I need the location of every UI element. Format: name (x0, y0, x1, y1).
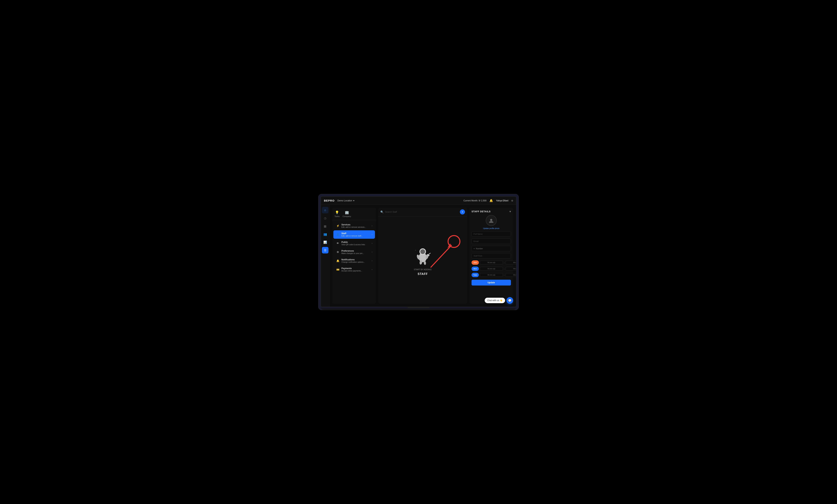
location-selector[interactable]: Demo Location ▾ (337, 199, 354, 202)
chat-bubble[interactable]: Chat with us 👋 (485, 298, 505, 303)
time-separator-tue: - (504, 274, 504, 276)
settings-icon: ☰ (324, 248, 326, 252)
settings-tabs: 💡 Tasks 🏢 Company (332, 209, 376, 220)
public-title: Public (341, 241, 370, 243)
services-arrow-icon: › (372, 224, 372, 227)
menu-item-notifications[interactable]: 🔔 Notifications Change notification opti… (333, 257, 375, 265)
notifications-title: Notifications (341, 258, 370, 261)
staff-panel: 🔍 + (378, 208, 467, 304)
search-icon: 🔍 (380, 210, 384, 213)
company-icon: 🏢 (345, 210, 349, 214)
laptop-frame: BEPRO Demo Location ▾ Current Month: 9/ … (318, 194, 519, 310)
chat-button[interactable]: 💬 (506, 297, 513, 304)
preferences-icon: ⚙ (336, 250, 340, 254)
chat-widget: Chat with us 👋 💬 (485, 297, 513, 304)
svg-point-5 (417, 259, 417, 259)
details-collapse-icon[interactable]: ▾ (510, 210, 511, 213)
location-name: Demo Location (337, 199, 352, 202)
update-photo-link[interactable]: Update profile photo (483, 227, 499, 229)
public-sub: View QR code & access links (341, 244, 370, 246)
preferences-arrow-icon: › (372, 251, 372, 253)
current-month-label: Current Month: 9/ 2,500 (463, 199, 486, 202)
menu-item-payments[interactable]: 💳 Payments Accept online payments... › (333, 265, 375, 274)
user-name: Yahya Elfard (496, 199, 509, 202)
laptop-notch (408, 307, 429, 308)
calendar-icon: ▦ (324, 224, 326, 228)
user-avatar-icon[interactable]: ⊙ (511, 199, 513, 202)
home-icon: ⌂ (324, 208, 326, 212)
staff-empty-state: START BY ADDING STAFF (378, 217, 467, 304)
public-arrow-icon: › (372, 242, 372, 245)
notifications-icon: 🔔 (336, 259, 340, 262)
day-badge-sun: Sun (471, 260, 479, 265)
schedule-row-sun: Sun - (471, 260, 511, 265)
laptop-screen: BEPRO Demo Location ▾ Current Month: 9/ … (321, 196, 516, 307)
update-button[interactable]: Update (471, 280, 511, 285)
staff-search-input[interactable] (385, 211, 459, 213)
tue-to-input[interactable] (505, 273, 516, 277)
bell-icon[interactable]: 🔔 (489, 199, 493, 202)
staff-role-input[interactable] (471, 253, 511, 259)
menu-item-public[interactable]: 👁 Public View QR code & access links › (333, 239, 375, 247)
email-input[interactable] (471, 239, 511, 244)
avatar-section: Update profile photo (471, 215, 511, 229)
phone-input[interactable] (476, 247, 509, 250)
payments-icon: 💳 (336, 268, 340, 271)
add-staff-button[interactable]: + (460, 209, 465, 214)
tasks-icon: 💡 (335, 210, 339, 214)
public-text: Public View QR code & access links (341, 241, 370, 246)
astronaut-illustration (414, 245, 432, 266)
app-layout: ⌂ ◷ ▦ 👥 📊 ☰ (321, 205, 516, 306)
menu-item-services[interactable]: ⚡ Services Edit, add or remove services.… (333, 222, 375, 230)
staff-icon: 👤 (336, 233, 340, 236)
sidebar-item-settings[interactable]: ☰ (322, 247, 328, 254)
preferences-title: Preferences (341, 250, 370, 252)
preferences-text: Preferences Make changes to your pre... (341, 250, 370, 254)
services-icon: ⚡ (336, 224, 340, 227)
svg-point-6 (429, 261, 429, 261)
topbar: BEPRO Demo Location ▾ Current Month: 9/ … (321, 197, 516, 205)
menu-item-preferences[interactable]: ⚙ Preferences Make changes to your pre..… (333, 248, 375, 256)
chat-bubble-label: Chat with us 👋 (487, 299, 502, 302)
full-name-input[interactable] (471, 231, 511, 237)
mon-to-input[interactable] (505, 267, 516, 270)
staff-search-bar: 🔍 + (378, 208, 467, 217)
svg-point-16 (490, 219, 492, 221)
analytics-icon: 📊 (323, 241, 327, 244)
schedule-row-mon: Mon - (471, 266, 511, 271)
sun-from-input[interactable] (480, 261, 503, 264)
svg-point-3 (415, 250, 416, 250)
sidebar: ⌂ ◷ ▦ 👥 📊 ☰ (321, 205, 330, 306)
services-title: Services (341, 223, 370, 226)
tab-company[interactable]: 🏢 Company (342, 210, 351, 219)
tab-company-label: Company (342, 215, 351, 218)
menu-item-staff[interactable]: 👤 Staff Edit, add or remove staff... › (333, 230, 375, 239)
details-header: STAFF DETAILS ▾ (471, 210, 511, 213)
sidebar-item-home[interactable]: ⌂ (322, 207, 328, 213)
sidebar-item-calendar[interactable]: ▦ (322, 223, 328, 229)
payments-arrow-icon: › (372, 268, 372, 271)
details-title: STAFF DETAILS (471, 210, 491, 213)
staff-arrow-icon: › (372, 233, 372, 236)
phone-prefix: + (474, 247, 475, 250)
phone-row: + (471, 246, 511, 251)
staff-sub: Edit, add or remove staff... (341, 235, 370, 237)
app-logo: BEPRO (324, 199, 335, 202)
services-sub: Edit, add or remove services... (341, 226, 370, 228)
topbar-right: Current Month: 9/ 2,500 🔔 Yahya Elfard ⊙ (463, 199, 513, 202)
staff-text: Staff Edit, add or remove staff... (341, 232, 370, 237)
sun-to-input[interactable] (505, 261, 516, 264)
notifications-text: Notifications Change notification option… (341, 258, 370, 263)
tab-tasks[interactable]: 💡 Tasks (335, 210, 340, 219)
mon-from-input[interactable] (480, 267, 503, 270)
history-icon: ◷ (324, 217, 326, 220)
sidebar-item-history[interactable]: ◷ (322, 215, 328, 221)
sidebar-item-clients[interactable]: 👥 (322, 231, 328, 238)
chevron-down-icon: ▾ (353, 199, 354, 202)
details-panel: STAFF DETAILS ▾ Update profile photo (469, 208, 513, 304)
sidebar-item-analytics[interactable]: 📊 (322, 239, 328, 245)
settings-panel: 💡 Tasks 🏢 Company ⚡ Services Edit, add o… (332, 208, 376, 304)
laptop-bottom (321, 307, 516, 310)
payments-text: Payments Accept online payments... (341, 267, 370, 272)
tue-from-input[interactable] (480, 273, 503, 277)
